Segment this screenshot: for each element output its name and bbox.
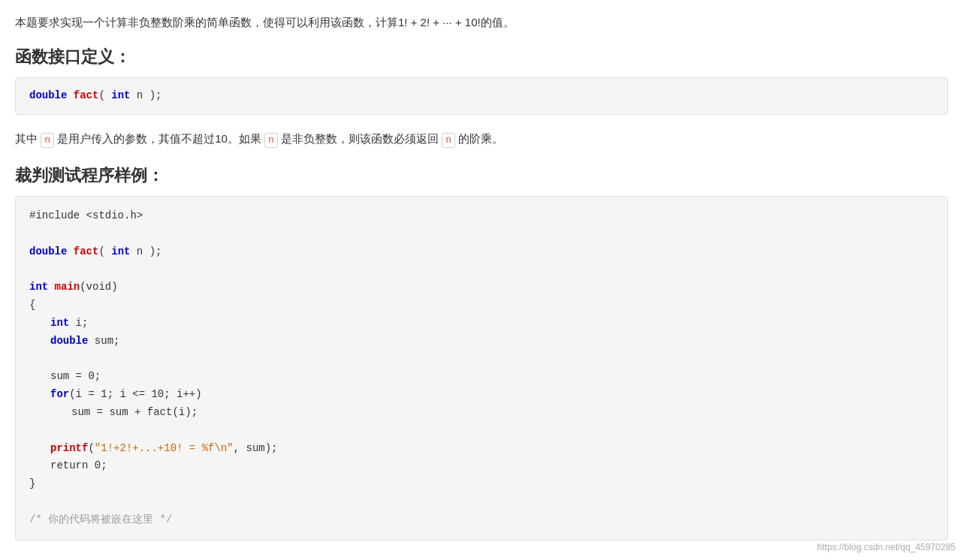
code-line-factdecl: double fact( int n ); — [29, 243, 934, 261]
code-line-blank1 — [29, 225, 934, 243]
inline-n2: n — [264, 133, 278, 148]
code-line-main: int main(void) — [29, 278, 934, 297]
section1-title: 函数接口定义： — [15, 46, 948, 68]
fn-fact: fact — [74, 89, 99, 101]
code-line-close-brace: } — [29, 475, 934, 493]
code-line-double-sum: double sum; — [29, 333, 934, 351]
desc-text: 其中 n 是用户传入的参数，其值不超过10。如果 n 是非负整数，则该函数必须返… — [15, 128, 948, 150]
code-line-sum-acc: sum = sum + fact(i); — [29, 404, 934, 422]
code-line-open-brace: { — [29, 297, 934, 315]
desc-after-n1: 是用户传入的参数，其值不超过10。如果 — [57, 132, 261, 145]
code-n-param: n ); — [130, 89, 162, 101]
code-line-sum-init: sum = 0; — [29, 368, 934, 386]
code-line-blank3 — [29, 351, 934, 369]
kw-int: int — [111, 89, 130, 101]
intro-text: 本题要求实现一个计算非负整数阶乘的简单函数，使得可以利用该函数，计算1! + 2… — [15, 12, 948, 32]
inline-n1: n — [41, 133, 54, 148]
code-line-for: for(i = 1; i <= 10; i++) — [29, 386, 934, 404]
code-line-return: return 0; — [29, 457, 934, 475]
section2-title: 裁判测试程序样例： — [15, 164, 948, 187]
code-line-include: #include <stdio.h> — [29, 207, 934, 225]
bottom-link: https://blog.csdn.net/qq_45970285 — [817, 542, 955, 552]
inline-n3: n — [442, 133, 455, 148]
desc-before-n1: 其中 — [15, 132, 38, 145]
kw-double: double — [29, 89, 74, 101]
code-line-int-i: int i; — [29, 315, 934, 333]
code-line-blank2 — [29, 261, 934, 279]
code-line-printf: printf("1!+2!+...+10! = %f\n", sum); — [29, 440, 934, 458]
code-paren: ( — [98, 89, 111, 101]
code-line-comment: /* 你的代码将被嵌在这里 */ — [29, 511, 934, 529]
interface-code-block: double fact( int n ); — [15, 77, 948, 115]
desc-after-n2: 是非负整数，则该函数必须返回 — [281, 132, 439, 145]
desc-after-n3: 的阶乘。 — [458, 132, 503, 145]
sample-code-block: #include <stdio.h> double fact( int n );… — [15, 196, 948, 540]
code-line-blank4 — [29, 422, 934, 440]
code-line-blank5 — [29, 493, 934, 511]
